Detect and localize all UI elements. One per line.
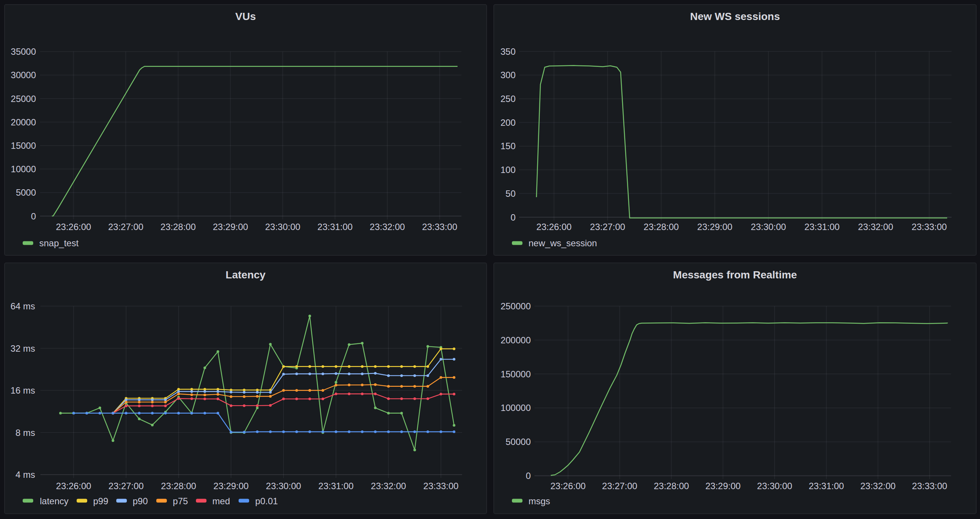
svg-text:23:29:00: 23:29:00: [697, 222, 732, 232]
svg-text:23:29:00: 23:29:00: [705, 481, 740, 491]
svg-text:23:33:00: 23:33:00: [423, 481, 458, 491]
svg-text:350: 350: [501, 46, 515, 57]
svg-text:23:29:00: 23:29:00: [213, 481, 248, 491]
svg-text:35000: 35000: [11, 46, 36, 57]
svg-text:23:31:00: 23:31:00: [808, 481, 844, 491]
svg-text:p99: p99: [93, 496, 108, 506]
svg-text:23:30:00: 23:30:00: [266, 481, 301, 491]
svg-text:23:32:00: 23:32:00: [369, 222, 405, 232]
svg-text:8 ms: 8 ms: [16, 428, 35, 438]
svg-text:200000: 200000: [501, 335, 531, 345]
svg-text:23:26:00: 23:26:00: [56, 481, 91, 491]
svg-text:200: 200: [501, 118, 515, 128]
svg-text:50: 50: [506, 188, 515, 199]
svg-text:23:27:00: 23:27:00: [108, 222, 143, 232]
svg-text:150: 150: [501, 141, 515, 151]
svg-text:23:28:00: 23:28:00: [161, 222, 196, 232]
svg-text:23:27:00: 23:27:00: [590, 222, 625, 232]
svg-text:4 ms: 4 ms: [16, 469, 35, 480]
svg-text:23:28:00: 23:28:00: [644, 222, 679, 232]
svg-text:23:30:00: 23:30:00: [751, 222, 786, 232]
svg-text:msgs: msgs: [528, 496, 550, 506]
svg-text:p0.01: p0.01: [255, 496, 278, 506]
svg-text:250000: 250000: [501, 301, 531, 311]
svg-text:100000: 100000: [501, 402, 531, 413]
svg-text:snap_test: snap_test: [39, 238, 78, 248]
svg-text:5000: 5000: [16, 187, 36, 198]
svg-text:23:31:00: 23:31:00: [805, 222, 840, 232]
svg-text:med: med: [213, 496, 230, 506]
svg-text:16 ms: 16 ms: [11, 385, 35, 396]
svg-text:23:28:00: 23:28:00: [161, 481, 196, 491]
svg-text:20000: 20000: [11, 117, 36, 127]
svg-text:VUs: VUs: [235, 11, 256, 22]
svg-text:new_ws_session: new_ws_session: [528, 238, 597, 248]
svg-text:23:28:00: 23:28:00: [654, 481, 689, 491]
svg-text:23:32:00: 23:32:00: [858, 222, 893, 232]
svg-text:0: 0: [511, 212, 515, 222]
svg-text:23:32:00: 23:32:00: [860, 481, 896, 491]
svg-text:50000: 50000: [506, 437, 531, 447]
svg-text:23:26:00: 23:26:00: [550, 481, 585, 491]
svg-text:23:33:00: 23:33:00: [422, 222, 457, 232]
svg-text:64 ms: 64 ms: [11, 301, 35, 311]
svg-text:100: 100: [501, 165, 515, 175]
svg-text:Latency: Latency: [226, 269, 266, 281]
svg-text:23:31:00: 23:31:00: [318, 222, 353, 232]
svg-text:23:32:00: 23:32:00: [371, 481, 406, 491]
svg-text:23:29:00: 23:29:00: [213, 222, 248, 232]
svg-text:23:26:00: 23:26:00: [56, 222, 91, 232]
svg-text:15000: 15000: [11, 141, 36, 151]
svg-text:latency: latency: [40, 496, 69, 506]
svg-text:23:33:00: 23:33:00: [912, 222, 947, 232]
svg-text:10000: 10000: [11, 164, 36, 174]
svg-text:150000: 150000: [501, 369, 531, 379]
svg-text:250: 250: [501, 94, 515, 104]
svg-text:32 ms: 32 ms: [11, 343, 35, 354]
svg-text:p90: p90: [133, 496, 148, 506]
svg-text:23:26:00: 23:26:00: [536, 222, 571, 232]
svg-text:23:27:00: 23:27:00: [108, 481, 143, 491]
svg-text:Messages from Realtime: Messages from Realtime: [673, 269, 797, 281]
svg-text:0: 0: [526, 471, 531, 481]
svg-text:23:33:00: 23:33:00: [912, 481, 947, 491]
svg-text:25000: 25000: [11, 94, 36, 104]
svg-text:23:31:00: 23:31:00: [318, 481, 353, 491]
svg-text:New WS sessions: New WS sessions: [690, 11, 780, 22]
svg-text:0: 0: [31, 211, 36, 221]
svg-text:30000: 30000: [11, 70, 36, 80]
svg-text:23:30:00: 23:30:00: [265, 222, 300, 232]
svg-text:23:30:00: 23:30:00: [757, 481, 792, 491]
svg-text:300: 300: [501, 70, 515, 80]
svg-text:p75: p75: [173, 496, 188, 506]
svg-text:23:27:00: 23:27:00: [602, 481, 637, 491]
